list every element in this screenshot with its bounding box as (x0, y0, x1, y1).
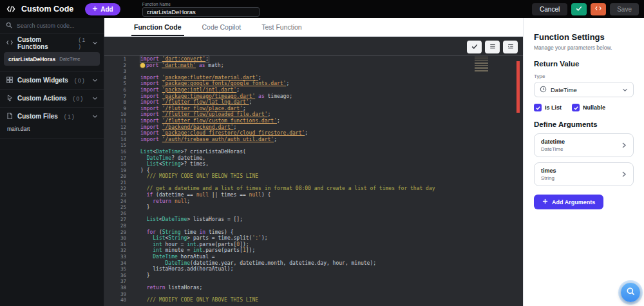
code-token: } (140, 204, 149, 210)
argument-card-times[interactable]: times String (534, 162, 634, 186)
checkbox-is-list[interactable]: Is List (534, 104, 562, 111)
code-token: ; (305, 130, 308, 136)
sidebar-section-custom-actions[interactable]: Custom Actions ( 0 ) (0, 90, 104, 107)
save-button[interactable]: Save (610, 3, 639, 15)
code-line[interactable]: 35 listaHoras.add(horaAtual); (104, 266, 523, 273)
code-token: as (199, 62, 205, 68)
code-line[interactable]: 8import '/flutter_flow/lat_lng.dart'; (104, 99, 523, 106)
code-line-text: import 'package:intl/intl.dart'; (140, 87, 240, 93)
tab-function-code[interactable]: Function Code (124, 18, 192, 36)
cancel-button[interactable]: Cancel (532, 3, 567, 15)
checkbox-nullable[interactable]: Nullable (572, 104, 605, 111)
code-token: ':' (252, 235, 261, 241)
code-line[interactable]: 19) { (104, 167, 523, 174)
code-line[interactable]: 1import 'dart:convert'; (104, 56, 523, 62)
code-line[interactable]: 24 return null; (104, 198, 523, 205)
code-line[interactable]: 2port 'dart:math' as math; (104, 62, 523, 69)
code-token: import (140, 130, 159, 136)
code-line[interactable]: 36 } (104, 273, 523, 279)
code-token: ) { (140, 167, 149, 173)
code-token (140, 192, 147, 198)
function-name-input[interactable] (142, 7, 260, 17)
code-line[interactable]: 27 List<DateTime> listaHoras = []; (104, 216, 523, 223)
code-line[interactable]: 30 List<String> parts = time.split(':'); (104, 235, 523, 242)
add-button[interactable]: Add (85, 3, 120, 15)
sidebar-section-custom-widgets[interactable]: Custom Widgets ( 0 ) (0, 72, 104, 89)
code-token: ) { (261, 192, 270, 198)
code-token: .parse(parts[ (202, 247, 243, 253)
code-token: import (140, 106, 159, 111)
code-token: int (153, 247, 162, 253)
section-count: ( 1 ) (64, 113, 74, 120)
code-line[interactable]: 3 (104, 68, 523, 75)
line-number: 31 (104, 242, 126, 248)
code-token: '/auth/firebase_auth/auth_util.dart' (162, 137, 274, 142)
sidebar-section-custom-files[interactable]: Custom Files ( 1 ) (0, 108, 104, 125)
confirm-check-button[interactable] (571, 3, 587, 15)
editor-indent-button[interactable] (503, 41, 518, 53)
sidebar-item-main-dart[interactable]: main.dart (0, 125, 104, 138)
code-line[interactable]: 14import '/auth/firebase_auth/auth_util.… (104, 137, 523, 143)
code-line[interactable]: 11import '/flutter_flow/custom_functions… (104, 118, 523, 124)
code-line-text: return listaHoras; (140, 285, 202, 291)
editor-check-button[interactable] (467, 41, 482, 53)
line-number: 38 (104, 285, 126, 291)
tab-code-copilot[interactable]: Code Copilot (192, 18, 252, 36)
code-line[interactable]: 4import 'package:flutter/material.dart'; (104, 75, 523, 81)
zoom-fab[interactable] (621, 283, 640, 302)
code-line[interactable]: 31 int hour = int.parse(parts[0]); (104, 242, 523, 248)
sidebar-item-criarlistadehoras[interactable]: criarListaDeHoras DateTime (4, 52, 100, 66)
code-line[interactable]: 21 (104, 180, 523, 186)
code-line[interactable]: 22 // get a datetime and a list of times… (104, 186, 523, 192)
line-number: 29 (104, 229, 126, 236)
code-token: import (140, 118, 159, 124)
code-view-button[interactable] (591, 3, 606, 15)
code-line[interactable]: 37 (104, 278, 523, 285)
files-icon (6, 111, 14, 122)
code-line[interactable]: 38 return listaHoras; (104, 285, 523, 291)
code-line[interactable]: 5import 'package:google_fonts/google_fon… (104, 81, 523, 87)
argument-card-datetime[interactable]: datetime DateTime (534, 133, 634, 157)
search-input[interactable] (17, 23, 98, 29)
code-token: ; (286, 81, 289, 86)
sidebar-section-custom-functions[interactable]: Custom Functions ( 1 ) (0, 34, 104, 52)
code-line[interactable]: 16List<DateTime>? criarListaDeHoras( (104, 149, 523, 155)
error-scrollbar-marker (516, 61, 520, 113)
code-line[interactable]: 9import '/flutter_flow/place.dart'; (104, 106, 523, 112)
code-line[interactable]: 23 if (datetime == null || times == null… (104, 192, 523, 198)
code-line[interactable]: 15 (104, 142, 523, 149)
code-line[interactable]: 18 List<String>? times, (104, 161, 523, 167)
line-number: 14 (104, 137, 126, 143)
code-line[interactable]: 25 } (104, 204, 523, 211)
code-token: // get a datetime and a list of times in… (147, 186, 435, 191)
return-type-select[interactable]: DateTime (534, 82, 634, 97)
code-line[interactable]: 33 DateTime horaAtual = (104, 254, 523, 260)
code-line[interactable]: 40 /// MODIFY CODE ONLY ABOVE THIS LINE (104, 297, 523, 303)
lightbulb-hint-icon[interactable] (140, 63, 145, 68)
line-number: 11 (104, 118, 126, 124)
line-number: 23 (104, 192, 126, 198)
code-line[interactable]: 34 DateTime(datetime.year, datetime.mont… (104, 260, 523, 267)
code-line[interactable]: 32 int minute = int.parse(parts[1]); (104, 247, 523, 254)
code-line[interactable]: 17 DateTime? datetime, (104, 155, 523, 162)
code-line[interactable]: 13import 'package:cloud_firestore/cloud_… (104, 130, 523, 137)
code-line[interactable]: 12import '/backend/backend.dart'; (104, 124, 523, 131)
editor-actions (467, 41, 518, 53)
code-token: import (140, 87, 159, 93)
code-line[interactable]: 20 /// MODIFY CODE ONLY BELOW THIS LINE (104, 173, 523, 180)
code-token: List (147, 216, 159, 222)
code-line[interactable]: 6import 'package:intl/intl.dart'; (104, 87, 523, 93)
tab-test-function[interactable]: Test Function (251, 18, 312, 36)
code-token: String (162, 229, 181, 235)
code-line[interactable]: 29 for (String time in times) { (104, 229, 523, 236)
code-line[interactable]: 26 (104, 211, 523, 217)
code-line[interactable]: 39 (104, 291, 523, 298)
code-token: ; (268, 111, 271, 117)
section-custom-actions: Custom Actions ( 0 ) (0, 90, 104, 108)
editor-minimap[interactable] (475, 57, 488, 73)
code-line[interactable]: 28 (104, 223, 523, 229)
code-line[interactable]: 7import 'package:timeago/timeago.dart' a… (104, 93, 523, 100)
editor-align-button[interactable] (485, 41, 500, 53)
add-arguments-button[interactable]: Add Arguments (534, 195, 603, 209)
code-line[interactable]: 10import '/flutter_flow/uploaded_file.da… (104, 111, 523, 118)
